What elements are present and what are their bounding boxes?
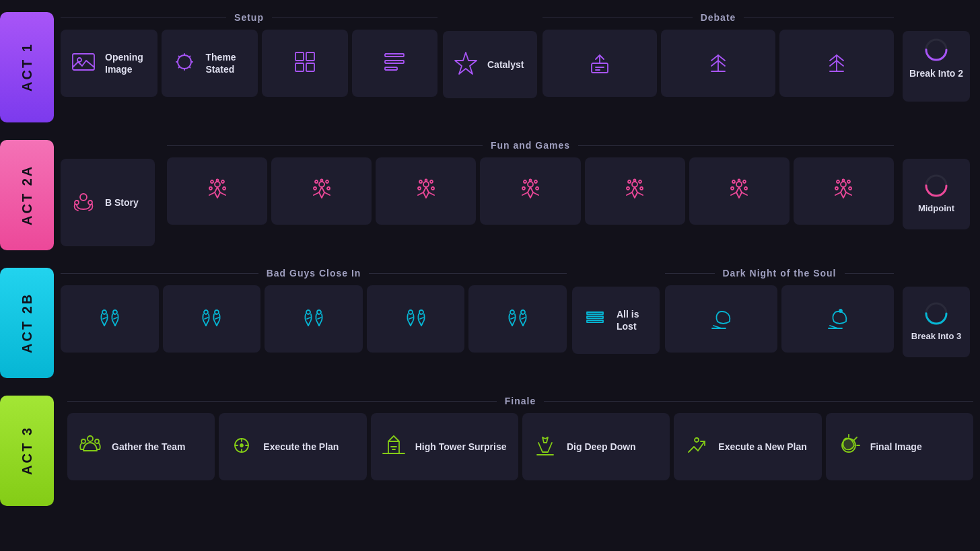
fg3-card[interactable] <box>376 157 476 225</box>
break2-text: Break Into 2 <box>909 67 963 79</box>
setup4-icon <box>381 48 408 79</box>
finalimage-card[interactable]: Final Image <box>826 413 973 480</box>
break3-card[interactable]: Break Into 3 <box>903 287 970 357</box>
svg-point-49 <box>524 180 526 183</box>
svg-point-31 <box>211 180 213 183</box>
svg-point-88 <box>839 309 842 312</box>
debate-slot1-card[interactable] <box>542 30 657 97</box>
fg5-card[interactable] <box>585 157 685 225</box>
bg2-card[interactable] <box>163 285 261 353</box>
theme-stated-card[interactable]: Theme Stated <box>162 30 258 97</box>
svg-point-77 <box>215 310 219 314</box>
newplan-text: Execute a New Plan <box>718 441 807 453</box>
finalimage-text: Final Image <box>870 441 922 453</box>
digdeep-icon <box>532 432 559 462</box>
finale-label: Finale <box>497 396 544 406</box>
svg-rect-12 <box>306 52 314 61</box>
svg-point-78 <box>306 310 310 314</box>
svg-point-67 <box>837 180 839 183</box>
execute-text: Execute the Plan <box>263 441 339 453</box>
bg5-card[interactable] <box>468 285 567 353</box>
bstory-icon <box>70 188 97 218</box>
bad-guys-header: Bad Guys Close In <box>61 268 567 279</box>
fg4-card[interactable] <box>480 157 580 225</box>
svg-point-32 <box>221 180 224 183</box>
svg-rect-18 <box>592 63 608 73</box>
setup3-icon <box>291 48 318 79</box>
finale-group: Finale <box>67 396 973 506</box>
setup-slot4-card[interactable] <box>352 30 438 97</box>
svg-rect-17 <box>385 67 397 70</box>
bad-guys-label: Bad Guys Close In <box>258 268 370 279</box>
svg-point-43 <box>419 180 422 183</box>
svg-point-48 <box>528 182 533 187</box>
fg6-card[interactable] <box>689 157 790 225</box>
svg-point-30 <box>215 182 220 187</box>
svg-point-44 <box>430 180 433 183</box>
svg-point-92 <box>88 436 93 441</box>
bg3-card[interactable] <box>265 285 363 353</box>
hightower-card[interactable]: High Tower Surprise <box>371 413 518 480</box>
debate-slot3-card[interactable] <box>779 30 894 97</box>
hightower-text: High Tower Surprise <box>415 441 507 453</box>
svg-point-46 <box>431 187 434 190</box>
midpoint-group: Midpoint <box>899 140 973 229</box>
debate-label: Debate <box>693 12 744 23</box>
digdeep-text: Dig Deep Down <box>567 441 636 453</box>
fun-games-group: Fun and Games <box>167 140 894 225</box>
bstory-text: B Story <box>105 196 139 209</box>
dn1-card[interactable] <box>665 285 777 353</box>
opening-image-card[interactable]: Opening Image <box>61 30 158 97</box>
catalyst-card[interactable]: Catalyst <box>443 31 537 98</box>
svg-rect-16 <box>385 61 404 63</box>
debate-header: Debate <box>542 12 894 23</box>
fg2-card[interactable] <box>271 157 372 225</box>
execute-card[interactable]: Execute the Plan <box>219 413 366 480</box>
setup-slot3-card[interactable] <box>262 30 348 97</box>
svg-point-51 <box>522 187 525 190</box>
svg-rect-14 <box>306 63 314 71</box>
dark-night-header: Dark Night of the Soul <box>665 268 894 279</box>
svg-point-52 <box>536 187 538 190</box>
svg-rect-101 <box>388 441 399 453</box>
act2b-row: ACT 2B Bad Guys Close In <box>0 262 980 383</box>
svg-point-64 <box>744 187 747 190</box>
gather-card[interactable]: Gather the Team <box>67 413 215 480</box>
svg-point-38 <box>326 180 328 183</box>
svg-point-50 <box>534 180 537 183</box>
bad-guys-group: Bad Guys Close In <box>61 268 567 353</box>
svg-point-39 <box>314 187 316 190</box>
fg1-card[interactable] <box>167 157 267 225</box>
bstory-card[interactable]: B Story <box>61 159 155 246</box>
break2-group: Break Into 2 <box>899 12 973 102</box>
debate-slot2-card[interactable] <box>661 30 775 97</box>
svg-point-53 <box>529 180 531 182</box>
svg-point-1 <box>77 58 81 62</box>
svg-point-47 <box>425 180 427 182</box>
all-lost-card[interactable]: All is Lost <box>572 287 660 354</box>
dn2-card[interactable] <box>781 285 894 353</box>
setup-cards: Opening Image <box>61 30 438 97</box>
svg-point-60 <box>736 182 742 187</box>
fun-games-label: Fun and Games <box>483 140 578 151</box>
svg-point-58 <box>640 187 643 190</box>
bg1-card[interactable] <box>61 285 159 353</box>
break3-text: Break Into 3 <box>911 331 961 342</box>
all-lost-icon <box>582 305 608 336</box>
midpoint-text: Midpoint <box>918 203 954 215</box>
catalyst-group: Catalyst <box>443 12 537 98</box>
svg-point-41 <box>320 180 322 182</box>
svg-point-68 <box>847 180 850 183</box>
digdeep-card[interactable]: Dig Deep Down <box>522 413 670 480</box>
svg-point-65 <box>738 180 740 182</box>
svg-rect-84 <box>587 312 603 314</box>
fg7-card[interactable] <box>794 157 894 225</box>
break2-card[interactable]: Break Into 2 <box>903 31 970 102</box>
newplan-card[interactable]: Execute a New Plan <box>674 413 821 480</box>
bg4-card[interactable] <box>367 285 465 353</box>
svg-point-71 <box>843 180 845 182</box>
all-lost-group: All is Lost <box>572 268 660 354</box>
svg-point-36 <box>319 182 324 187</box>
midpoint-card[interactable]: Midpoint <box>903 159 970 229</box>
svg-point-106 <box>695 438 699 442</box>
